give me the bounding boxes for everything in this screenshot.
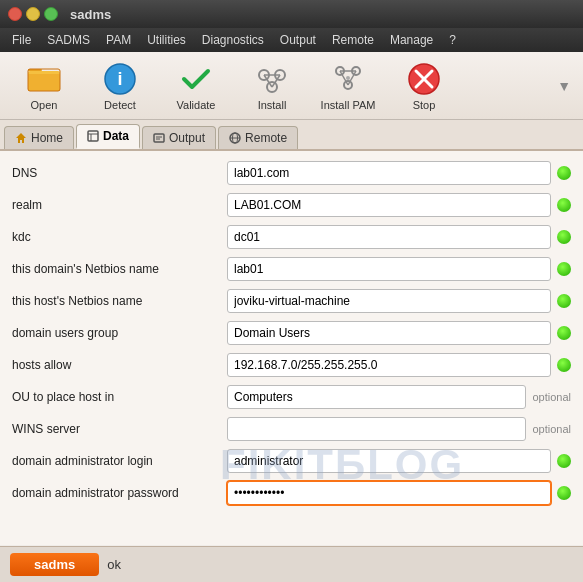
install-label: Install (258, 99, 287, 111)
tab-output[interactable]: Output (142, 126, 216, 149)
field-wrap-0 (227, 161, 571, 185)
validate-icon (178, 61, 214, 97)
field-label-1: realm (12, 198, 227, 212)
svg-rect-23 (88, 131, 98, 141)
ok-label: ok (107, 557, 121, 572)
home-icon (15, 132, 27, 144)
close-button[interactable] (8, 7, 22, 21)
status-dot-green-2 (557, 230, 571, 244)
menubar: FileSADMSPAMUtilitiesDiagnosticsOutputRe… (0, 28, 583, 52)
field-input-2[interactable] (227, 225, 551, 249)
menu-item-?[interactable]: ? (441, 31, 464, 49)
field-wrap-5 (227, 321, 571, 345)
status-dot-green-6 (557, 358, 571, 372)
menu-item-diagnostics[interactable]: Diagnostics (194, 31, 272, 49)
open-label: Open (31, 99, 58, 111)
form-row-6: hosts allow (12, 351, 571, 379)
field-input-8[interactable] (227, 417, 526, 441)
stop-button[interactable]: Stop (388, 57, 460, 115)
status-dot-green-10 (557, 486, 571, 500)
field-label-10: domain administrator password (12, 486, 227, 500)
validate-label: Validate (177, 99, 216, 111)
sadms-badge: sadms (10, 553, 99, 576)
field-label-9: domain administrator login (12, 454, 227, 468)
detect-button[interactable]: i Detect (84, 57, 156, 115)
open-button[interactable]: Open (8, 57, 80, 115)
svg-marker-22 (16, 133, 26, 143)
svg-rect-26 (154, 134, 164, 142)
svg-point-18 (346, 76, 350, 80)
detect-icon: i (102, 61, 138, 97)
field-input-10[interactable] (227, 481, 551, 505)
field-input-5[interactable] (227, 321, 551, 345)
svg-text:i: i (117, 69, 122, 89)
menu-item-manage[interactable]: Manage (382, 31, 441, 49)
status-dot-green-9 (557, 454, 571, 468)
form-row-0: DNS (12, 159, 571, 187)
maximize-button[interactable] (44, 7, 58, 21)
titlebar: sadms (0, 0, 583, 28)
install-button[interactable]: Install (236, 57, 308, 115)
status-dot-green-4 (557, 294, 571, 308)
toolbar: Open i Detect Validate (0, 52, 583, 120)
field-label-7: OU to place host in (12, 390, 227, 404)
window-controls[interactable] (8, 7, 58, 21)
detect-label: Detect (104, 99, 136, 111)
form-row-9: domain administrator login (12, 447, 571, 475)
tab-home[interactable]: Home (4, 126, 74, 149)
status-dot-green-0 (557, 166, 571, 180)
install-pam-label: Install PAM (321, 99, 376, 111)
menu-item-file[interactable]: File (4, 31, 39, 49)
field-wrap-9 (227, 449, 571, 473)
form-row-8: WINS serveroptional (12, 415, 571, 443)
window-title: sadms (70, 7, 111, 22)
bottombar: sadms ok (0, 546, 583, 582)
menu-item-pam[interactable]: PAM (98, 31, 139, 49)
tab-output-label: Output (169, 131, 205, 145)
status-dot-green-5 (557, 326, 571, 340)
menu-item-utilities[interactable]: Utilities (139, 31, 194, 49)
field-label-4: this host's Netbios name (12, 294, 227, 308)
install-pam-button[interactable]: Install PAM (312, 57, 384, 115)
form-row-2: kdc (12, 223, 571, 251)
stop-icon (406, 61, 442, 97)
field-label-3: this domain's Netbios name (12, 262, 227, 276)
field-label-8: WINS server (12, 422, 227, 436)
form-row-7: OU to place host inoptional (12, 383, 571, 411)
field-input-9[interactable] (227, 449, 551, 473)
install-icon (254, 61, 290, 97)
field-wrap-1 (227, 193, 571, 217)
field-wrap-8: optional (227, 417, 571, 441)
form-row-3: this domain's Netbios name (12, 255, 571, 283)
field-label-6: hosts allow (12, 358, 227, 372)
menu-item-remote[interactable]: Remote (324, 31, 382, 49)
field-input-1[interactable] (227, 193, 551, 217)
install-pam-icon (330, 61, 366, 97)
field-input-7[interactable] (227, 385, 526, 409)
status-dot-green-3 (557, 262, 571, 276)
tab-remote-label: Remote (245, 131, 287, 145)
validate-button[interactable]: Validate (160, 57, 232, 115)
tab-data[interactable]: Data (76, 124, 140, 149)
form-rows: DNSrealmkdcthis domain's Netbios namethi… (12, 159, 571, 507)
status-dot-green-1 (557, 198, 571, 212)
tab-data-label: Data (103, 129, 129, 143)
field-wrap-10 (227, 481, 571, 505)
form-row-1: realm (12, 191, 571, 219)
main-content: FIKIТБLOG DNSrealmkdcthis domain's Netbi… (0, 151, 583, 545)
field-wrap-3 (227, 257, 571, 281)
status-optional-8: optional (532, 423, 571, 435)
menu-item-sadms[interactable]: SADMS (39, 31, 98, 49)
form-row-4: this host's Netbios name (12, 287, 571, 315)
field-input-3[interactable] (227, 257, 551, 281)
remote-icon (229, 132, 241, 144)
field-input-4[interactable] (227, 289, 551, 313)
minimize-button[interactable] (26, 7, 40, 21)
field-label-2: kdc (12, 230, 227, 244)
field-input-0[interactable] (227, 161, 551, 185)
field-input-6[interactable] (227, 353, 551, 377)
toolbar-chevron-icon[interactable]: ▼ (553, 74, 575, 98)
tab-remote[interactable]: Remote (218, 126, 298, 149)
field-label-0: DNS (12, 166, 227, 180)
menu-item-output[interactable]: Output (272, 31, 324, 49)
